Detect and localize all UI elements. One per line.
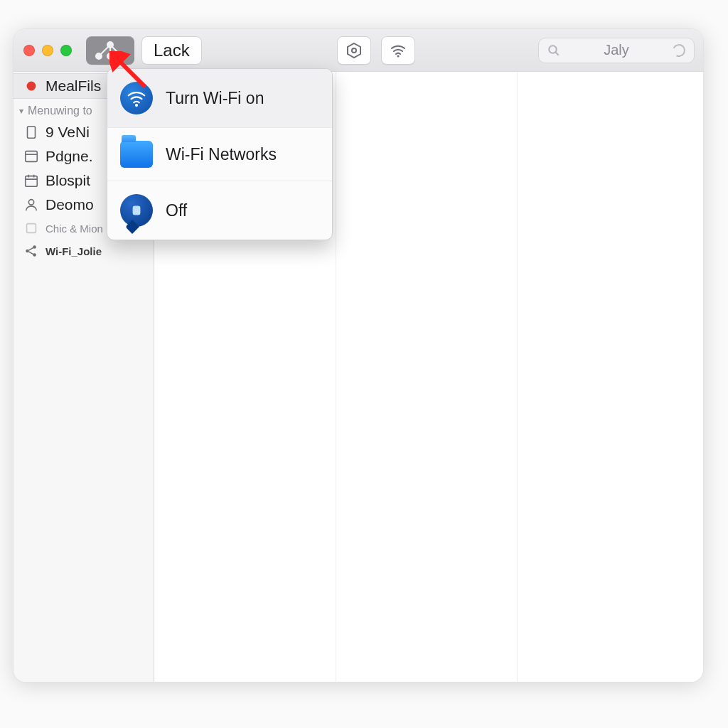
menu-item-label: Turn Wi-Fi on [166,89,264,108]
svg-marker-7 [348,43,360,58]
disclosure-triangle-icon: ▾ [19,106,23,116]
view-button-lack[interactable]: Lack [141,36,202,65]
settings-gear-button[interactable] [337,36,371,65]
wifi-status-button[interactable] [381,36,415,65]
sidebar-tag-1[interactable]: Wi-Fi_Jolie [14,240,154,262]
svg-point-10 [549,46,557,53]
window-controls [23,45,72,56]
svg-point-9 [397,55,399,57]
person-icon [23,197,39,213]
menu-item-label: Wi-Fi Networks [166,145,277,164]
folder-icon [120,141,153,168]
svg-rect-21 [27,224,36,233]
sidebar-tag-label: Wi-Fi_Jolie [46,245,102,257]
menu-item-turn-wifi-on[interactable]: Turn Wi-Fi on [107,69,332,128]
svg-point-20 [28,200,33,205]
sidebar-section-label: Menuwing to [28,105,92,117]
device-icon [23,124,39,140]
svg-point-12 [27,82,36,91]
hexagon-gear-icon [346,42,363,59]
menu-item-off[interactable]: Off [107,181,332,240]
wifi-on-icon [120,82,153,114]
share-icon [23,243,39,259]
search-placeholder: Jaly [566,42,667,58]
sidebar-item-label: Deomo [46,196,94,213]
sidebar-item-label: 9 VeNi [46,124,90,141]
sidebar-item-label: MealFils [46,77,101,95]
menu-item-wifi-networks[interactable]: Wi-Fi Networks [107,128,332,181]
search-icon [547,44,560,57]
svg-line-26 [28,252,33,255]
search-field[interactable]: Jaly [538,38,695,63]
svg-rect-16 [26,176,38,187]
menu-item-label: Off [166,201,187,220]
svg-point-8 [352,48,356,53]
network-menu-button[interactable] [86,36,134,65]
red-dot-icon [23,78,39,94]
network-topology-icon [93,39,127,62]
svg-rect-14 [26,151,38,162]
minimize-window-button[interactable] [42,45,53,56]
svg-line-25 [28,247,33,250]
sidebar-tag-label: Chic & Mion [46,223,103,235]
svg-rect-28 [133,206,141,215]
wifi-off-icon [120,194,153,227]
window-icon [23,149,39,164]
wifi-icon [390,42,407,59]
window-toolbar: Lack [14,29,703,72]
reload-icon[interactable] [670,42,687,58]
sidebar-item-label: Blospit [46,172,90,189]
sidebar-item-label: Pdgne. [46,148,93,165]
view-button-label: Lack [154,41,190,60]
svg-line-11 [555,52,559,55]
checkbox-empty-icon [23,220,39,236]
wifi-dropdown-menu: Turn Wi-Fi on Wi-Fi Networks Off [107,68,333,240]
calendar-icon [23,173,39,188]
svg-point-27 [135,104,138,107]
svg-rect-13 [28,127,36,139]
close-window-button[interactable] [23,45,35,56]
zoom-window-button[interactable] [60,45,72,56]
